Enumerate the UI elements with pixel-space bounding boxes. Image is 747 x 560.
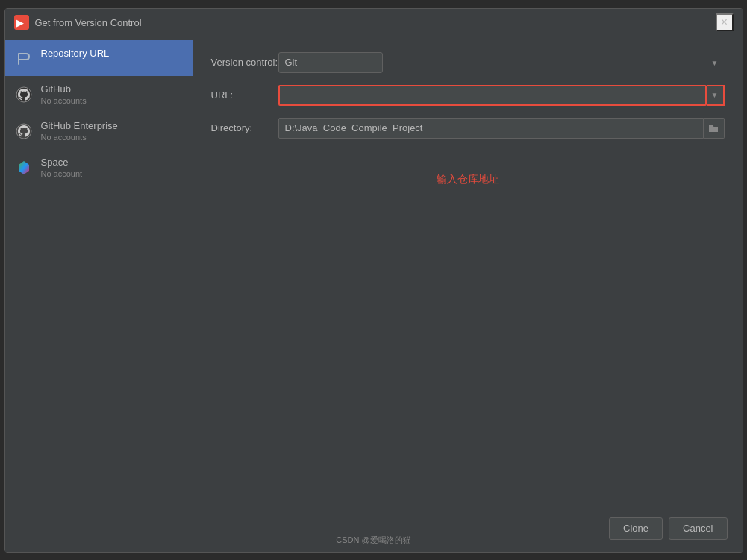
sidebar-item-enterprise-title: GitHub Enterprise — [41, 120, 118, 131]
url-row: URL: ▼ — [211, 85, 725, 106]
sidebar: Repository URL GitHub No accounts — [5, 37, 193, 552]
sidebar-item-repository-url[interactable]: Repository URL — [5, 40, 193, 76]
directory-row: Directory: — [211, 118, 725, 139]
sidebar-item-github-text: GitHub No accounts — [41, 84, 87, 105]
dialog-title: Get from Version Control — [35, 17, 716, 28]
sidebar-item-repo-text: Repository URL — [41, 48, 110, 59]
directory-input[interactable] — [278, 118, 704, 139]
app-icon: ▶ — [14, 15, 29, 30]
sidebar-item-space[interactable]: Space No account — [5, 149, 193, 186]
sidebar-item-github[interactable]: GitHub No accounts — [5, 76, 193, 113]
github-enterprise-icon — [14, 122, 34, 141]
sidebar-item-enterprise-subtitle: No accounts — [41, 133, 118, 142]
url-dropdown-button[interactable]: ▼ — [707, 85, 725, 106]
sidebar-item-github-title: GitHub — [41, 84, 87, 95]
sidebar-item-github-enterprise[interactable]: GitHub Enterprise No accounts — [5, 113, 193, 149]
github-icon — [14, 85, 34, 104]
version-control-select[interactable]: Git Mercurial Subversion — [278, 52, 383, 73]
directory-input-wrap — [278, 118, 725, 139]
repository-url-icon — [14, 49, 34, 69]
main-panel: Version control: Git Mercurial Subversio… — [193, 37, 743, 552]
sidebar-item-space-subtitle: No account — [41, 169, 83, 178]
space-icon — [14, 158, 34, 177]
close-button[interactable]: × — [716, 13, 734, 31]
sidebar-item-space-text: Space No account — [41, 157, 83, 178]
url-label: URL: — [211, 89, 278, 101]
directory-label: Directory: — [211, 122, 278, 133]
watermark: CSDN @爱喝洛的猫 — [336, 535, 410, 546]
version-control-label: Version control: — [211, 57, 278, 68]
sidebar-item-repo-title: Repository URL — [41, 48, 110, 59]
sidebar-item-enterprise-text: GitHub Enterprise No accounts — [41, 120, 118, 142]
cancel-button[interactable]: Cancel — [669, 517, 727, 540]
dialog: ▶ Get from Version Control × Repository … — [4, 8, 743, 553]
svg-text:▶: ▶ — [16, 17, 24, 28]
hint-text: 输入仓库地址 — [211, 173, 725, 186]
sidebar-item-space-title: Space — [41, 157, 83, 168]
footer-buttons: Clone Cancel — [609, 517, 727, 540]
directory-browse-button[interactable] — [704, 118, 725, 139]
content-area: Repository URL GitHub No accounts — [5, 37, 743, 552]
url-input-wrap: ▼ — [278, 85, 725, 106]
title-bar: ▶ Get from Version Control × — [5, 9, 743, 37]
clone-button[interactable]: Clone — [609, 517, 663, 540]
version-control-row: Version control: Git Mercurial Subversio… — [211, 52, 725, 73]
url-input[interactable] — [278, 85, 707, 106]
sidebar-item-github-subtitle: No accounts — [41, 96, 87, 105]
version-control-select-wrap: Git Mercurial Subversion ▼ — [278, 52, 725, 73]
select-arrow-icon: ▼ — [711, 58, 719, 66]
